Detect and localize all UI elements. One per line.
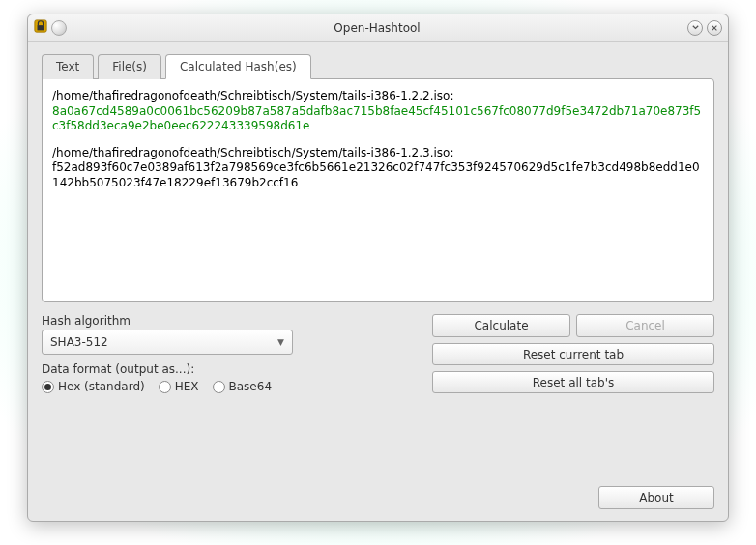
chevron-down-icon: ▼	[277, 337, 284, 347]
content-area: Text File(s) Calculated Hash(es) /home/t…	[28, 42, 728, 478]
result-path: /home/thafiredragonofdeath/Schreibtisch/…	[52, 146, 704, 161]
format-label: Data format (output as...):	[42, 362, 419, 376]
close-button[interactable]	[707, 20, 722, 36]
tab-files[interactable]: File(s)	[98, 54, 161, 79]
reset-all-tabs-button[interactable]: Reset all tab's	[432, 371, 714, 393]
radio-label: HEX	[175, 380, 199, 393]
format-radio-group: Hex (standard) HEX Base64	[42, 380, 419, 393]
radio-label: Hex (standard)	[58, 380, 145, 393]
tab-bar: Text File(s) Calculated Hash(es)	[42, 54, 714, 79]
radio-icon	[159, 381, 171, 393]
result-hash: f52ad893f60c7e0389af613f2a798569ce3fc6b5…	[52, 160, 704, 190]
algorithm-select[interactable]: SHA3-512 ▼	[42, 330, 293, 355]
results-panel[interactable]: /home/thafiredragonofdeath/Schreibtisch/…	[42, 78, 714, 302]
radio-label: Base64	[229, 380, 273, 393]
calculate-button[interactable]: Calculate	[432, 314, 570, 337]
titlebar: Open-Hashtool	[28, 14, 728, 42]
about-button[interactable]: About	[598, 486, 714, 509]
app-window: Open-Hashtool Text File(s) Calculated Ha…	[27, 14, 729, 522]
tab-calculated-hashes[interactable]: Calculated Hash(es)	[165, 54, 311, 79]
result-hash: 8a0a67cd4589a0c0061bc56209b87a587a5dafb8…	[52, 104, 704, 134]
algorithm-value: SHA3-512	[50, 335, 108, 349]
result-path: /home/thafiredragonofdeath/Schreibtisch/…	[52, 89, 704, 104]
tab-text[interactable]: Text	[42, 54, 94, 79]
lower-controls: Hash algorithm SHA3-512 ▼ Data format (o…	[42, 314, 714, 393]
svg-rect-1	[38, 25, 44, 30]
algorithm-label: Hash algorithm	[42, 314, 419, 328]
minimize-button[interactable]	[687, 20, 703, 36]
radio-hex-upper[interactable]: HEX	[159, 380, 199, 393]
radio-base64[interactable]: Base64	[213, 380, 273, 393]
lock-icon	[34, 19, 47, 36]
radio-hex-standard[interactable]: Hex (standard)	[42, 380, 145, 393]
radio-icon	[42, 381, 54, 393]
radio-icon	[213, 381, 225, 393]
result-entry: /home/thafiredragonofdeath/Schreibtisch/…	[52, 146, 704, 191]
reset-current-tab-button[interactable]: Reset current tab	[432, 343, 714, 365]
cancel-button[interactable]: Cancel	[576, 314, 714, 337]
footer: About	[28, 478, 728, 521]
result-entry: /home/thafiredragonofdeath/Schreibtisch/…	[52, 89, 704, 134]
app-icon	[51, 20, 67, 36]
window-title: Open-Hashtool	[67, 21, 687, 35]
